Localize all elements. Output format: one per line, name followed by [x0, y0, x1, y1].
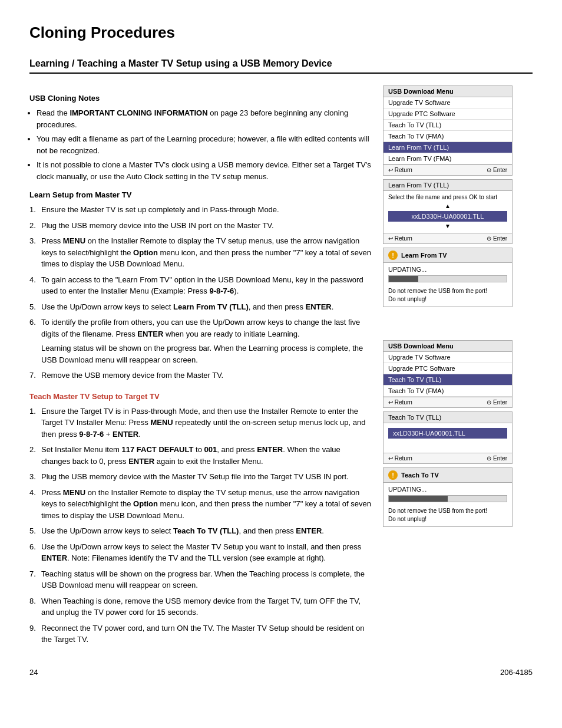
- teach-to-tv-panel: Teach To TV (TLL) xxLD330H-UA00001.TLL ↩…: [383, 411, 513, 464]
- learn-progress-bar-wrapper: 25%: [388, 275, 507, 282]
- learn-menu-item-5[interactable]: Learn From TV (TLL): [384, 142, 512, 153]
- learn-from-tv-title: Learn From TV (TLL): [384, 180, 512, 191]
- teach-progress-body: UPDATING... 50% Do not remove the USB fr…: [384, 483, 512, 526]
- learn-step-6-cont: Learning status will be shown on the pro…: [41, 342, 371, 365]
- left-column: USB Cloning Notes Read the IMPORTANT CLO…: [29, 85, 371, 650]
- learn-section-title: Learn Setup from Master TV: [29, 190, 371, 199]
- learn-from-tv-return: ↩ Return: [388, 235, 412, 242]
- teach-step-8: When Teaching is done, remove the USB me…: [29, 595, 371, 618]
- section-title: Learning / Teaching a Master TV Setup us…: [29, 58, 533, 69]
- teach-step-4: Press MENU on the Installer Remote to di…: [29, 487, 371, 522]
- learn-usb-menu-panel: USB Download Menu Upgrade TV Software Up…: [383, 85, 513, 176]
- learn-menu-item-4[interactable]: Teach To TV (FMA): [384, 131, 512, 142]
- learn-menu-item-2[interactable]: Upgrade PTC Software: [384, 108, 512, 120]
- teach-to-tv-title: Teach To TV (TLL): [384, 412, 512, 423]
- learn-panel-group: USB Download Menu Upgrade TV Software Up…: [383, 85, 518, 307]
- page-title: Cloning Procedures: [29, 24, 533, 42]
- learn-progress-note2: Do not unplug!: [388, 295, 507, 304]
- teach-step-6: Use the Up/Down arrow keys to select the…: [29, 541, 371, 564]
- teach-menu-item-1[interactable]: Upgrade TV Software: [384, 352, 512, 363]
- usb-note-2: You may edit a filename as part of the L…: [37, 133, 371, 156]
- usb-note-3: It is not possible to clone a Master TV'…: [37, 159, 371, 182]
- learn-from-tv-instruction: Select the file name and press OK to sta…: [388, 194, 507, 200]
- learn-from-tv-footer: ↩ Return ⊙ Enter: [384, 233, 512, 243]
- teach-step-5: Use the Up/Down arrow keys to select Tea…: [29, 525, 371, 537]
- learn-menu-item-3[interactable]: Teach To TV (TLL): [384, 120, 512, 131]
- teach-menu-item-2[interactable]: Upgrade PTC Software: [384, 363, 512, 374]
- teach-to-tv-return: ↩ Return: [388, 455, 412, 462]
- learn-progress-bar-fill: [389, 276, 418, 282]
- teach-progress-bar-wrapper: 50%: [388, 495, 507, 502]
- learn-usb-return: ↩ Return: [388, 167, 412, 173]
- teach-file-entry[interactable]: xxLD330H-UA00001.TLL: [388, 428, 507, 439]
- teach-progress-title: Teach To TV: [401, 472, 439, 479]
- teach-to-tv-enter: ⊙ Enter: [487, 455, 507, 462]
- learn-step-4: To gain access to the "Learn From TV" op…: [29, 274, 371, 297]
- learn-step-5: Use the Up/Down arrow keys to select Lea…: [29, 301, 371, 313]
- teach-to-tv-footer: ↩ Return ⊙ Enter: [384, 453, 512, 463]
- teach-progress-note2: Do not unplug!: [388, 515, 507, 523]
- teach-menu-item-3[interactable]: Teach To TV (TLL): [384, 374, 512, 386]
- teach-usb-menu-panel: USB Download Menu Upgrade TV Software Up…: [383, 340, 513, 408]
- teach-usb-return: ↩ Return: [388, 399, 412, 406]
- learn-from-tv-panel: Learn From TV (TLL) Select the file name…: [383, 179, 513, 244]
- teach-step-1: Ensure the Target TV is in Pass-through …: [29, 406, 371, 440]
- teach-steps-list: Ensure the Target TV is in Pass-through …: [29, 406, 371, 645]
- section-divider: [29, 73, 533, 74]
- learn-warning-icon: !: [388, 251, 398, 260]
- teach-usb-menu-footer: ↩ Return ⊙ Enter: [384, 397, 512, 407]
- learn-progress-bar-container: [388, 275, 507, 282]
- teach-usb-menu-title: USB Download Menu: [384, 341, 512, 352]
- learn-from-tv-enter: ⊙ Enter: [487, 235, 507, 242]
- learn-arrow-down: ▼: [388, 223, 507, 230]
- page-footer: 24 206-4185: [29, 668, 533, 677]
- learn-menu-item-6[interactable]: Learn From TV (FMA): [384, 153, 512, 164]
- teach-step-9: Reconnect the TV power cord, and turn ON…: [29, 622, 371, 645]
- panel-spacer: [383, 317, 518, 328]
- content-area: USB Cloning Notes Read the IMPORTANT CLO…: [29, 85, 533, 650]
- learn-step-3: Press MENU on the Installer Remote to di…: [29, 235, 371, 270]
- learn-steps-list: Ensure the Master TV is set up completel…: [29, 204, 371, 381]
- teach-progress-bar-fill: [389, 496, 448, 502]
- teach-step-3: Plug the USB memory device with the Mast…: [29, 471, 371, 483]
- learn-updating-text: UPDATING...: [388, 266, 507, 273]
- teach-progress-note1: Do not remove the USB from the port!: [388, 507, 507, 515]
- learn-menu-item-1[interactable]: Upgrade TV Software: [384, 97, 512, 108]
- teach-warning-icon: !: [388, 470, 398, 480]
- learn-step-7: Remove the USB memory device from the Ma…: [29, 370, 371, 381]
- usb-notes-title: USB Cloning Notes: [29, 94, 371, 103]
- right-column: USB Download Menu Upgrade TV Software Up…: [383, 85, 518, 650]
- learn-progress-title: Learn From TV: [401, 252, 447, 259]
- teach-step-7: Teaching status will be shown on the pro…: [29, 568, 371, 591]
- learn-usb-menu-footer: ↩ Return ⊙ Enter: [384, 164, 512, 175]
- learn-progress-note1: Do not remove the USB from the port!: [388, 287, 507, 295]
- teach-progress-header: ! Teach To TV: [384, 468, 512, 483]
- learn-file-item[interactable]: xxLD330H-UA00001.TLL: [388, 211, 507, 222]
- learn-usb-menu-title: USB Download Menu: [384, 86, 512, 97]
- learn-step-2: Plug the USB memory device into the USB …: [29, 220, 371, 232]
- learn-from-tv-body: Select the file name and press OK to sta…: [384, 191, 512, 233]
- learn-progress-header: ! Learn From TV: [384, 248, 512, 263]
- footer-page-number: 24: [29, 668, 38, 677]
- usb-notes-list: Read the IMPORTANT CLONING INFORMATION o…: [37, 107, 371, 182]
- learn-usb-enter: ⊙ Enter: [487, 167, 507, 173]
- learn-step-6: To identify the profile from others, you…: [29, 317, 371, 365]
- learn-arrow-up: ▲: [388, 203, 507, 210]
- footer-doc-number: 206-4185: [500, 668, 533, 677]
- teach-step-2: Set Installer Menu item 117 FACT DEFAULT…: [29, 444, 371, 467]
- teach-menu-item-4[interactable]: Teach To TV (FMA): [384, 386, 512, 397]
- teach-progress-bar-container: [388, 495, 507, 502]
- teach-updating-text: UPDATING...: [388, 486, 507, 493]
- learn-progress-body: UPDATING... 25% Do not remove the USB fr…: [384, 263, 512, 307]
- teach-panel-group: USB Download Menu Upgrade TV Software Up…: [383, 340, 518, 527]
- teach-to-tv-body: xxLD330H-UA00001.TLL: [384, 423, 512, 453]
- teach-section-title: Teach Master TV Setup to Target TV: [29, 392, 371, 401]
- learn-step-1: Ensure the Master TV is set up completel…: [29, 204, 371, 216]
- teach-progress-panel: ! Teach To TV UPDATING... 50% Do not rem…: [383, 467, 513, 527]
- usb-note-1: Read the IMPORTANT CLONING INFORMATION o…: [37, 107, 371, 130]
- learn-progress-panel: ! Learn From TV UPDATING... 25% Do not r…: [383, 248, 513, 307]
- teach-usb-enter: ⊙ Enter: [487, 399, 507, 406]
